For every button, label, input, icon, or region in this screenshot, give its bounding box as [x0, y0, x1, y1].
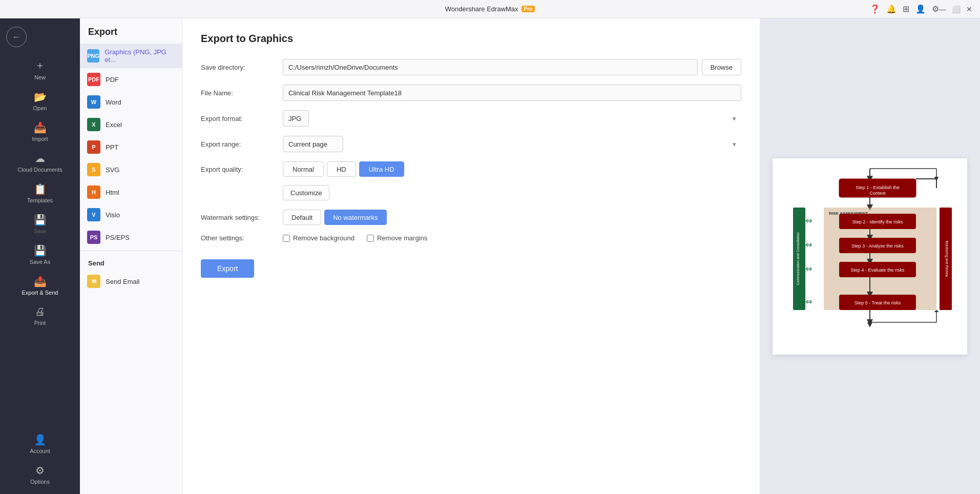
export-quality-label: Export quality:: [201, 166, 283, 173]
svg-text:⇔: ⇔: [805, 216, 812, 225]
preview-area: Step 1 - Establish the Context RISK ASSE…: [760, 18, 980, 494]
print-icon: 🖨: [35, 306, 45, 318]
close-button[interactable]: ✕: [965, 5, 974, 14]
html-label: Html: [106, 189, 119, 196]
sidebar-item-account-label: Account: [30, 448, 50, 454]
help-icon[interactable]: ❓: [870, 4, 880, 14]
sidebar-item-print[interactable]: 🖨 Print: [0, 301, 80, 331]
svg-text:Monitoring and Review: Monitoring and Review: [945, 240, 949, 277]
watermark-nowatermarks-button[interactable]: No watermarks: [324, 210, 386, 225]
sidebar-item-open[interactable]: 📂 Open: [0, 86, 80, 116]
sidebar-item-templates[interactable]: 📋 Templates: [0, 178, 80, 209]
svg-text:⇔: ⇔: [805, 297, 812, 306]
sidebar-item-save: 💾 Save: [0, 209, 80, 239]
remove-margins-label[interactable]: Remove margins: [367, 234, 427, 242]
titlebar-controls: — ⬜ ✕: [938, 5, 974, 14]
quality-group: Normal HD Ultra HD: [283, 161, 404, 177]
sidebar-item-saveas[interactable]: 💾 Save As: [0, 239, 80, 270]
remove-margins-text: Remove margins: [377, 234, 427, 242]
export-format-select[interactable]: JPG PNG BMP TIFF: [283, 110, 309, 127]
remove-background-text: Remove background: [293, 234, 355, 242]
main-layout: ← ＋ New 📂 Open 📥 Import ☁ Cloud Document…: [0, 18, 980, 494]
panel-item-ppt[interactable]: P PPT: [80, 136, 182, 158]
minimize-button[interactable]: —: [938, 5, 947, 14]
quality-ultrahd-button[interactable]: Ultra HD: [359, 161, 404, 177]
export-button-row: Export: [201, 251, 741, 278]
graphics-icon: PNG: [87, 49, 99, 63]
import-icon: 📥: [34, 121, 47, 134]
sidebar: ← ＋ New 📂 Open 📥 Import ☁ Cloud Document…: [0, 18, 80, 494]
pro-badge: Pro: [522, 6, 535, 12]
panel-item-visio[interactable]: V Visio: [80, 203, 182, 226]
graphics-label: Graphics (PNG, JPG et...: [105, 48, 175, 64]
watermark-default-button[interactable]: Default: [283, 210, 321, 225]
sidebar-item-import[interactable]: 📥 Import: [0, 116, 80, 147]
svg-label: SVG: [106, 166, 119, 174]
sidebar-item-options-label: Options: [30, 479, 50, 485]
user-icon[interactable]: 👤: [915, 4, 926, 14]
quality-normal-button[interactable]: Normal: [283, 161, 324, 177]
svg-text:Communication and Consultation: Communication and Consultation: [796, 232, 800, 285]
other-settings-row: Other settings: Remove background Remove…: [201, 234, 741, 242]
content-area: Export to Graphics Save directory: Brows…: [182, 18, 980, 494]
svg-text:Step 5 - Treat the risks: Step 5 - Treat the risks: [854, 300, 901, 305]
sidebar-item-cloud[interactable]: ☁ Cloud Documents: [0, 147, 80, 178]
export-panel-title: Export: [80, 27, 182, 44]
svg-text:⇔: ⇔: [805, 240, 812, 249]
panel-item-pdf[interactable]: PDF PDF: [80, 68, 182, 91]
visio-icon: V: [87, 208, 100, 221]
export-range-row: Export range: Current page All pages Sel…: [201, 136, 741, 152]
panel-item-pseps[interactable]: PS PS/EPS: [80, 226, 182, 249]
sidebar-item-account[interactable]: 👤 Account: [0, 428, 80, 459]
open-icon: 📂: [34, 91, 47, 103]
save-directory-input[interactable]: [283, 59, 698, 75]
sidebar-item-new[interactable]: ＋ New: [0, 53, 80, 86]
sidebar-item-cloud-label: Cloud Documents: [17, 167, 62, 173]
export-range-select-wrapper: Current page All pages Selected objects: [283, 136, 741, 152]
panel-item-graphics[interactable]: PNG Graphics (PNG, JPG et...: [80, 44, 182, 68]
sidebar-bottom: 👤 Account ⚙ Options: [0, 428, 80, 490]
remove-background-checkbox[interactable]: [283, 235, 290, 242]
svg-text:Step 1 - Establish the: Step 1 - Establish the: [856, 185, 900, 190]
sidebar-item-export-label: Export & Send: [22, 290, 58, 296]
quality-hd-button[interactable]: HD: [327, 161, 356, 177]
panel-item-html[interactable]: H Html: [80, 181, 182, 203]
export-format-label: Export format:: [201, 115, 283, 122]
file-name-input[interactable]: [283, 85, 741, 101]
new-icon: ＋: [35, 58, 45, 72]
notification-icon[interactable]: 🔔: [886, 4, 896, 14]
html-icon: H: [87, 186, 100, 199]
ps-icon: PS: [87, 231, 100, 244]
panel-item-svg[interactable]: S SVG: [80, 158, 182, 181]
svg-text:Step 2 - Identify the risks: Step 2 - Identify the risks: [852, 219, 903, 224]
export-range-label: Export range:: [201, 140, 283, 148]
saveas-icon: 💾: [34, 244, 47, 257]
remove-margins-checkbox[interactable]: [367, 235, 374, 242]
watermark-group: Default No watermarks: [283, 210, 387, 225]
file-name-label: File Name:: [201, 89, 283, 97]
save-directory-row: Save directory: Browse: [201, 59, 741, 75]
maximize-button[interactable]: ⬜: [951, 5, 961, 14]
sidebar-item-new-label: New: [34, 74, 46, 80]
share-icon[interactable]: ⊞: [903, 4, 909, 14]
sidebar-item-export[interactable]: 📤 Export & Send: [0, 270, 80, 301]
account-icon: 👤: [34, 434, 47, 446]
email-icon: ✉: [87, 275, 100, 288]
export-range-select[interactable]: Current page All pages Selected objects: [283, 136, 343, 152]
svg-text:Step 3 - Analyse the risks: Step 3 - Analyse the risks: [851, 243, 904, 249]
sidebar-item-options[interactable]: ⚙ Options: [0, 459, 80, 490]
export-button[interactable]: Export: [201, 259, 254, 278]
browse-button[interactable]: Browse: [702, 59, 741, 75]
pdf-label: PDF: [106, 76, 119, 84]
panel-item-excel[interactable]: X Excel: [80, 113, 182, 136]
sidebar-item-save-label: Save: [33, 228, 46, 234]
back-button[interactable]: ←: [4, 25, 29, 49]
customize-button[interactable]: Customize: [283, 185, 329, 200]
export-quality-row: Export quality: Normal HD Ultra HD Custo…: [201, 161, 741, 200]
panel-item-email[interactable]: ✉ Send Email: [80, 270, 182, 293]
remove-background-label[interactable]: Remove background: [283, 234, 355, 242]
svg-text:⇔: ⇔: [805, 264, 812, 273]
panel-item-word[interactable]: W Word: [80, 91, 182, 113]
titlebar-icons: ❓ 🔔 ⊞ 👤 ⚙: [870, 4, 939, 14]
save-directory-label: Save directory:: [201, 64, 283, 71]
